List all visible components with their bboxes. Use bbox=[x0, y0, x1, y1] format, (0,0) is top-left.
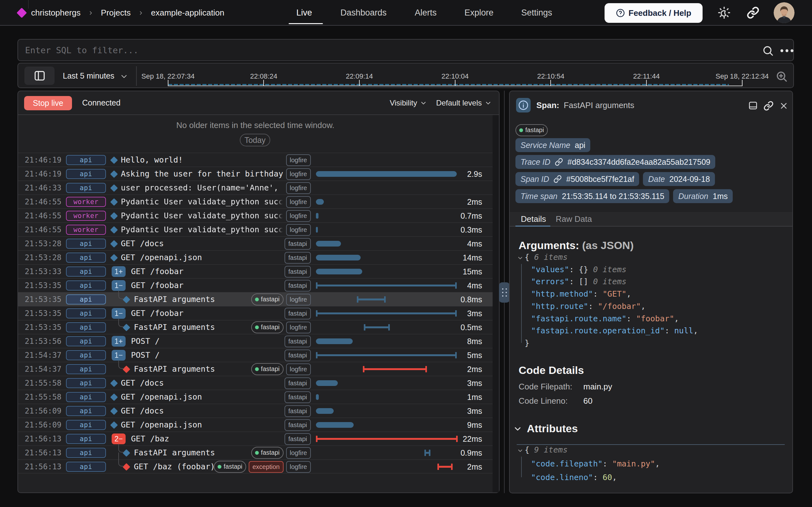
trace-row[interactable]: 21:53:35api1−GET /foobarfastapi4ms bbox=[18, 278, 493, 292]
zoom-in-icon[interactable] bbox=[775, 70, 788, 83]
nav-tab-explore[interactable]: Explore bbox=[464, 0, 494, 26]
service-tag-api: api bbox=[66, 392, 106, 402]
more-options-icon[interactable] bbox=[779, 47, 795, 54]
trace-row[interactable]: 21:56:13apiFastAPI argumentsfastapilogfi… bbox=[18, 446, 493, 459]
json-collapse-icon[interactable] bbox=[517, 448, 523, 453]
timeline-tick-label: Sep 18, 22:07:34 bbox=[142, 72, 195, 80]
span-bar[interactable] bbox=[357, 296, 386, 302]
span-bar[interactable] bbox=[316, 352, 457, 358]
trace-row[interactable]: 21:53:33api1+GET /foobarfastapi15ms bbox=[18, 264, 493, 278]
span-bar[interactable] bbox=[316, 408, 334, 414]
span-bar[interactable] bbox=[316, 213, 318, 219]
span-bar[interactable] bbox=[438, 464, 453, 470]
span-bar[interactable] bbox=[316, 282, 457, 289]
span-bar[interactable] bbox=[316, 338, 353, 344]
trace-row[interactable]: 21:54:37api1−POST /fastapi5ms bbox=[18, 348, 493, 362]
row-timestamp: 21:53:28 bbox=[25, 250, 61, 265]
search-icon[interactable] bbox=[762, 45, 774, 57]
timeline-tick bbox=[359, 80, 360, 86]
span-bar[interactable] bbox=[316, 255, 361, 261]
sidebar-toggle-button[interactable] bbox=[24, 66, 55, 85]
default-levels-dropdown[interactable]: Default levels bbox=[436, 99, 491, 107]
today-button[interactable]: Today bbox=[240, 134, 270, 147]
trace-row[interactable]: 21:56:13apiGET /baz (foobar)fastapiexcep… bbox=[18, 459, 493, 473]
logfire-logo[interactable] bbox=[16, 8, 27, 18]
code-lineno-line: Code Lineno:60 bbox=[519, 396, 568, 406]
collapse-badge[interactable]: 1+ bbox=[112, 336, 125, 347]
theme-toggle-icon[interactable] bbox=[717, 6, 731, 20]
trace-row[interactable]: 21:55:58apiGET /docsfastapi3ms bbox=[18, 376, 493, 390]
trace-row[interactable]: 21:53:35apiFastAPI argumentsfastapilogfi… bbox=[18, 292, 493, 306]
span-bar[interactable] bbox=[316, 310, 457, 317]
collapse-chevron-icon[interactable] bbox=[513, 425, 522, 433]
span-bar[interactable] bbox=[316, 171, 457, 177]
trace-row[interactable]: 21:53:56api1+POST /fastapi8ms bbox=[18, 334, 493, 348]
span-bar[interactable] bbox=[364, 324, 390, 331]
breadcrumb-item[interactable]: Projects bbox=[101, 8, 131, 18]
span-bar[interactable] bbox=[316, 227, 318, 233]
span-bar[interactable] bbox=[316, 269, 362, 274]
breadcrumb-item[interactable]: example-application bbox=[151, 8, 224, 18]
trace-row[interactable]: 21:56:09apiGET /docsfastapi3ms bbox=[18, 404, 493, 418]
trace-row[interactable]: 21:53:35apiFastAPI argumentsfastapilogfi… bbox=[18, 320, 493, 334]
nav-tab-alerts[interactable]: Alerts bbox=[415, 0, 437, 26]
row-duration: 3ms bbox=[467, 404, 482, 418]
trace-row[interactable]: 21:53:35api1−GET /foobarfastapi3ms bbox=[18, 306, 493, 320]
trace-row[interactable]: 21:46:55workerPydantic User validate_pyt… bbox=[18, 209, 493, 222]
nav-tab-dashboards[interactable]: Dashboards bbox=[340, 0, 387, 26]
json-line: "code.filepath": "main.py", bbox=[531, 459, 660, 468]
time-range-dropdown[interactable]: Last 5 minutes bbox=[63, 63, 114, 88]
json-collapse-icon[interactable] bbox=[517, 255, 523, 261]
trace-row[interactable]: 21:53:28apiGET /openapi.jsonfastapi14ms bbox=[18, 250, 493, 264]
trace-row[interactable]: 21:55:58apiGET /openapi.jsonfastapi1ms bbox=[18, 390, 493, 404]
trace-row[interactable]: 21:53:28apiGET /docsfastapi4ms bbox=[18, 236, 493, 250]
trace-row[interactable]: 21:54:37apiFastAPI argumentsfastapilogfi… bbox=[18, 362, 493, 376]
avatar[interactable] bbox=[774, 2, 795, 23]
collapse-badge[interactable]: 1− bbox=[112, 308, 125, 319]
nav-tab-settings[interactable]: Settings bbox=[521, 0, 552, 26]
trace-row[interactable]: 21:56:13api2−GET /bazfastapi22ms bbox=[18, 432, 493, 446]
share-link-icon[interactable] bbox=[747, 6, 759, 19]
span-bar[interactable] bbox=[316, 241, 341, 246]
span-bar[interactable] bbox=[424, 450, 430, 456]
span-bar[interactable] bbox=[363, 366, 427, 372]
collapse-badge[interactable]: 1+ bbox=[112, 266, 125, 277]
attributes-header[interactable]: Attributes bbox=[513, 422, 578, 435]
visibility-dropdown[interactable]: Visibility bbox=[390, 99, 426, 107]
nav-tab-live[interactable]: Live bbox=[296, 0, 312, 26]
trace-row[interactable]: 21:56:09apiGET /openapi.jsonfastapi9ms bbox=[18, 418, 493, 432]
tag-fastapi: fastapi bbox=[285, 349, 311, 361]
row-duration: 0.3ms bbox=[461, 223, 482, 237]
trace-row[interactable]: 21:46:19apiHello, world!logfire bbox=[18, 153, 493, 167]
breadcrumb-item[interactable]: christophergs bbox=[31, 8, 81, 18]
json-line: "http.method": "GET", bbox=[531, 289, 631, 298]
feedback-help-button[interactable]: Feedback / Help bbox=[605, 3, 703, 23]
span-diamond-icon bbox=[110, 421, 118, 429]
stop-live-button[interactable]: Stop live bbox=[24, 96, 72, 110]
span-bar[interactable] bbox=[316, 422, 354, 428]
row-timestamp: 21:46:55 bbox=[25, 223, 61, 237]
row-duration: 15ms bbox=[463, 265, 482, 279]
span-bar[interactable] bbox=[316, 394, 319, 400]
collapse-badge[interactable]: 1− bbox=[112, 280, 125, 291]
row-message: POST / bbox=[131, 334, 283, 348]
sql-filter-input[interactable] bbox=[18, 40, 757, 60]
trace-row[interactable]: 21:46:33apiuser processed: User(name='An… bbox=[18, 181, 493, 194]
tag-fastapi: fastapi bbox=[251, 447, 284, 459]
json-line: "http.route": "/foobar", bbox=[531, 302, 646, 311]
row-message: GET /openapi.json bbox=[121, 250, 283, 265]
span-bar[interactable] bbox=[316, 436, 458, 442]
trace-row[interactable]: 21:46:19apiAsking the user for their bir… bbox=[18, 167, 493, 181]
span-diamond-icon bbox=[110, 407, 118, 415]
trace-row[interactable]: 21:46:55workerPydantic User validate_pyt… bbox=[18, 222, 493, 236]
trace-row[interactable]: 21:46:55workerPydantic User validate_pyt… bbox=[18, 194, 493, 209]
span-bar[interactable] bbox=[316, 380, 338, 386]
row-duration: 0.5ms bbox=[461, 320, 482, 334]
scrollbar-gutter[interactable] bbox=[493, 115, 499, 493]
row-timestamp: 21:56:13 bbox=[25, 460, 61, 474]
row-tags: fastapi bbox=[285, 237, 311, 250]
collapse-badge[interactable]: 1− bbox=[112, 350, 125, 360]
span-bar[interactable] bbox=[316, 199, 324, 205]
panel-resizer-handle[interactable] bbox=[499, 282, 510, 302]
collapse-badge[interactable]: 2− bbox=[112, 434, 125, 444]
